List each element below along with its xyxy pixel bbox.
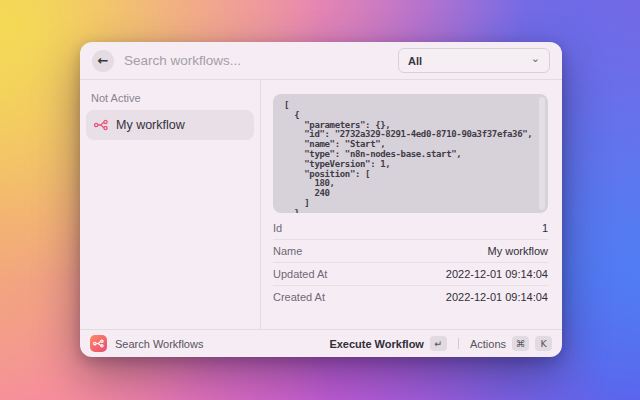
back-arrow-icon: ← [98,54,109,67]
workflow-json-code: [ { "parameters": {}, "id": "2732a329-82… [273,94,548,213]
actions-label: Actions [470,338,506,350]
launcher-window: ← All ⌄ Not Active [80,42,562,357]
chevron-down-icon: ⌄ [531,53,540,64]
execute-workflow-label: Execute Workflow [329,338,424,350]
k-key-icon: K [535,336,552,351]
metadata-label: Updated At [273,268,327,280]
metadata-list: Id 1 Name My workflow Updated At 2022-12… [273,213,548,308]
list-item-my-workflow[interactable]: My workflow [86,110,254,140]
back-button[interactable]: ← [92,50,114,72]
command-key-icon: ⌘ [512,336,529,351]
metadata-value: 2022-12-01 09:14:04 [446,291,548,303]
code-scrollbar[interactable] [539,97,545,210]
metadata-row-id: Id 1 [273,216,548,239]
filter-dropdown-value: All [408,55,422,67]
return-key-icon: ↵ [430,336,447,351]
list-item-label: My workflow [116,118,185,132]
workflow-list: Not Active My workflow [80,80,261,329]
extension-name: Search Workflows [115,338,321,350]
window-body: Not Active My workflow [ { [80,80,562,329]
footer-divider [458,338,459,349]
metadata-label: Name [273,245,302,257]
execute-workflow-button[interactable]: Execute Workflow ↵ [329,336,447,351]
metadata-value: 1 [542,222,548,234]
list-section-title: Not Active [86,85,254,110]
search-header: ← All ⌄ [80,42,562,80]
desktop-background: ← All ⌄ Not Active [0,0,640,400]
actions-menu-button[interactable]: Actions ⌘ K [470,336,552,351]
workflow-nodes-icon [94,119,108,131]
action-bar: Search Workflows Execute Workflow ↵ Acti… [80,329,562,357]
metadata-label: Created At [273,291,325,303]
search-input[interactable] [124,53,388,68]
n8n-app-icon [90,335,107,352]
metadata-row-name: Name My workflow [273,239,548,262]
metadata-label: Id [273,222,282,234]
filter-dropdown[interactable]: All ⌄ [398,48,550,73]
metadata-value: My workflow [487,245,548,257]
metadata-row-created-at: Created At 2022-12-01 09:14:04 [273,285,548,308]
detail-panel: [ { "parameters": {}, "id": "2732a329-82… [261,80,562,329]
metadata-value: 2022-12-01 09:14:04 [446,268,548,280]
metadata-row-updated-at: Updated At 2022-12-01 09:14:04 [273,262,548,285]
workflow-json-preview[interactable]: [ { "parameters": {}, "id": "2732a329-82… [273,94,548,213]
